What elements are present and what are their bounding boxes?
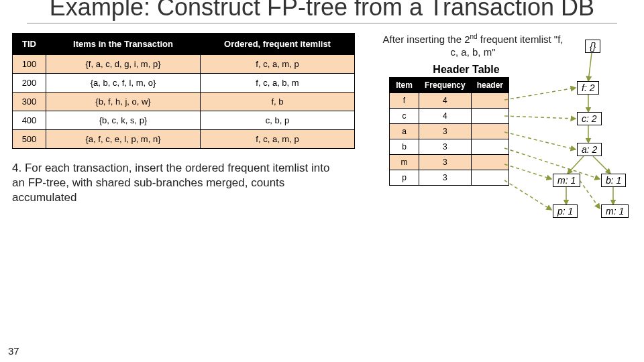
transaction-table: TID Items in the Transaction Ordered, fr… — [12, 33, 355, 149]
tree-node-root: {} — [585, 40, 600, 53]
tree-node-f: f: 2 — [577, 81, 599, 95]
right-panel: After inserting the 2nd frequent itemlis… — [382, 33, 637, 186]
table-row: 400{b, c, k, s, p}c, b, p — [13, 111, 355, 129]
table-row: m3 — [390, 155, 509, 170]
table-row: f4 — [390, 93, 509, 109]
after-insert-caption: After inserting the 2nd frequent itemlis… — [382, 33, 564, 59]
tree-node-p: p: 1 — [553, 204, 578, 218]
svg-line-7 — [504, 88, 576, 100]
svg-line-0 — [588, 53, 592, 81]
ht-header-freq: Frequency — [419, 78, 472, 93]
svg-line-11 — [504, 164, 551, 179]
table-row: 100{f, a, c, d, g, i, m, p}f, c, a, m, p — [13, 54, 355, 73]
table-row: p3 — [390, 170, 509, 186]
page-title: Example: Construct FP-tree from a Transa… — [0, 0, 644, 20]
table-row: a3 — [390, 124, 509, 139]
table-row: 500{a, f, c, e, l, p, m, n}f, c, a, m, p — [13, 129, 355, 148]
svg-line-4 — [593, 156, 610, 174]
ht-header-item: Item — [390, 78, 419, 93]
step-description: 4. For each transaction, insert the orde… — [12, 161, 334, 205]
ht-header-head: header — [471, 78, 508, 93]
svg-line-9 — [504, 132, 576, 149]
table-row: 200{a, b, c, f, l, m, o}f, c, a, b, m — [13, 73, 355, 92]
header-table: Item Frequency header f4 c4 a3 b3 m3 p3 — [389, 77, 509, 186]
tree-node-m: m: 1 — [553, 174, 580, 187]
tx-header-tid: TID — [13, 33, 46, 54]
tree-node-c: c: 2 — [577, 112, 602, 125]
tree-node-a: a: 2 — [577, 143, 602, 156]
header-table-title: Header Table — [396, 64, 537, 76]
svg-line-13 — [504, 180, 551, 210]
table-row: c4 — [390, 109, 509, 124]
tx-header-items: Items in the Transaction — [46, 33, 201, 54]
svg-line-8 — [504, 116, 576, 119]
tree-node-m2: m: 1 — [601, 204, 629, 218]
svg-line-3 — [568, 156, 584, 174]
title-rule — [27, 23, 617, 23]
page-number: 37 — [8, 345, 19, 357]
tree-node-b: b: 1 — [601, 174, 626, 187]
svg-line-12 — [580, 180, 600, 208]
tx-header-ord: Ordered, frequent itemlist — [201, 33, 355, 54]
table-row: 300{b, f, h, j, o, w}f, b — [13, 92, 355, 111]
table-row: b3 — [390, 139, 509, 155]
